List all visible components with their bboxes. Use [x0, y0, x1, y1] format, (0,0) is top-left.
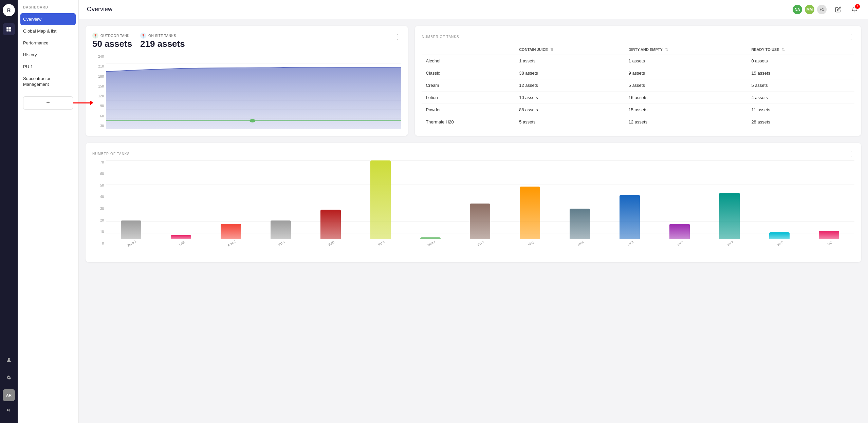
sidebar-item-subcontractor[interactable]: Subcontractor Management: [18, 73, 78, 91]
bar-chart-area: Zone 1LABArea 2PU 3R&DPU 1Area 1PU 2ning…: [106, 160, 854, 255]
y-axis: 240210180150120906030: [92, 55, 106, 129]
bar-group: Area 1: [406, 160, 454, 245]
app-logo: R: [3, 4, 15, 16]
onsite-value: 219 assets: [140, 39, 185, 49]
row-contain-juice: 38 assets: [515, 67, 624, 79]
content-area: 📍 OUTDOOR TANK 50 assets 📍 ON SITE TANKS…: [79, 19, 868, 423]
row-dirty-empty: 1 assets: [625, 55, 747, 67]
bar-group: LAB: [157, 160, 205, 245]
table-card-menu[interactable]: ⋮: [848, 33, 854, 41]
row-dirty-empty: 15 assets: [625, 104, 747, 116]
bar-group: tor 3: [606, 160, 654, 245]
col-dirty-empty[interactable]: DIRTY AND EMPTY ⇅: [625, 45, 747, 55]
bar[interactable]: [121, 220, 141, 239]
bar-chart-inner: Zone 1LABArea 2PU 3R&DPU 1Area 1PU 2ning…: [106, 160, 854, 245]
plus-icon: +: [46, 99, 50, 107]
bar-chart-card: NUMBER OF TANKS ⋮ 706050403020100: [86, 143, 861, 262]
sidebar-item-history[interactable]: History: [18, 49, 78, 61]
svg-rect-2: [6, 30, 8, 32]
bar[interactable]: [271, 220, 291, 239]
bar-group: Area 2: [207, 160, 255, 245]
notification-badge: 2: [855, 4, 860, 9]
table-row: Alcohol 1 assets 1 assets 0 assets: [422, 55, 854, 67]
page-title: Overview: [87, 6, 787, 13]
svg-rect-3: [9, 30, 11, 32]
notification-button[interactable]: 2: [849, 4, 860, 15]
bar-group: PU 1: [356, 160, 404, 245]
table-row: Lotion 10 assets 16 assets 4 assets: [422, 92, 854, 104]
row-ready-to-use: 0 assets: [747, 55, 854, 67]
table-card: NUMBER OF TANKS ⋮ CONTAIN JUICE ⇅ DIRTY …: [415, 26, 861, 136]
row-name: Cream: [422, 79, 515, 92]
row-ready-to-use: 15 assets: [747, 67, 854, 79]
bar-chart-wrapper: 706050403020100 Zone 1LABArea 2PU 3R&DPU…: [92, 160, 854, 255]
table-card-header: NUMBER OF TANKS ⋮: [422, 33, 854, 41]
row-ready-to-use: 11 assets: [747, 104, 854, 116]
chart-card-menu[interactable]: ⋮: [394, 33, 401, 41]
bar-group: tor 6: [655, 160, 703, 245]
rail-icon-collapse[interactable]: [3, 404, 15, 416]
rail-icon-settings[interactable]: [3, 371, 15, 384]
row-name: Alcohol: [422, 55, 515, 67]
rail-icon-home[interactable]: [3, 23, 15, 35]
bar[interactable]: [221, 224, 241, 239]
bar-y-axis: 706050403020100: [92, 160, 106, 245]
location-onsite: 📍 ON SITE TANKS 219 assets: [140, 33, 185, 49]
bar[interactable]: [320, 210, 341, 239]
row-dirty-empty: 9 assets: [625, 67, 747, 79]
sidebar-item-global-map[interactable]: Global Map & list: [18, 25, 78, 37]
bar[interactable]: [370, 160, 391, 239]
main-area: Overview NA MM +1 2 📍 OUTDOOR T: [79, 0, 868, 423]
svg-rect-0: [6, 27, 8, 29]
tanks-table: CONTAIN JUICE ⇅ DIRTY AND EMPTY ⇅ READY …: [422, 45, 854, 128]
icon-rail: R AR: [0, 0, 18, 423]
bar-chart-menu[interactable]: ⋮: [848, 150, 854, 158]
row-ready-to-use: 5 assets: [747, 79, 854, 92]
table-row: Powder 88 assets 15 assets 11 assets: [422, 104, 854, 116]
avatar-mm: MM: [804, 4, 815, 15]
col-contain-juice[interactable]: CONTAIN JUICE ⇅: [515, 45, 624, 55]
row-contain-juice: 5 assets: [515, 116, 624, 128]
bar[interactable]: [669, 224, 690, 239]
onsite-label: 📍 ON SITE TANKS: [140, 33, 185, 39]
sidebar: DASHBOARD Overview Global Map & list Per…: [18, 0, 79, 423]
bar[interactable]: [520, 187, 540, 239]
row-dirty-empty: 16 assets: [625, 92, 747, 104]
bar[interactable]: [620, 195, 640, 239]
row-name: Powder: [422, 104, 515, 116]
row-contain-juice: 12 assets: [515, 79, 624, 92]
edit-icon-button[interactable]: [833, 4, 844, 15]
bar-group: area: [556, 160, 604, 245]
avatar-na: NA: [792, 4, 803, 15]
table-section-label: NUMBER OF TANKS: [422, 35, 848, 39]
chart-card-header: 📍 OUTDOOR TANK 50 assets 📍 ON SITE TANKS…: [92, 33, 401, 49]
col-ready-to-use[interactable]: READY TO USE ⇅: [747, 45, 854, 55]
bar-group: PU 2: [456, 160, 504, 245]
row-dirty-empty: 12 assets: [625, 116, 747, 128]
outdoor-icon: 📍: [92, 33, 98, 39]
bar[interactable]: [570, 209, 590, 239]
table-row: Cream 12 assets 5 assets 5 assets: [422, 79, 854, 92]
bar-group: ning: [506, 160, 554, 245]
row-name: Lotion: [422, 92, 515, 104]
add-dashboard-button[interactable]: +: [23, 96, 73, 110]
bar[interactable]: [719, 193, 740, 239]
sidebar-item-performance[interactable]: Performance: [18, 37, 78, 49]
bar[interactable]: [470, 204, 490, 239]
row-ready-to-use: 28 assets: [747, 116, 854, 128]
ar-badge[interactable]: AR: [3, 389, 15, 401]
row-contain-juice: 10 assets: [515, 92, 624, 104]
sidebar-item-pu1[interactable]: PU 1: [18, 61, 78, 73]
sidebar-item-overview[interactable]: Overview: [20, 13, 76, 25]
outdoor-label: 📍 OUTDOOR TANK: [92, 33, 132, 39]
top-cards-row: 📍 OUTDOOR TANK 50 assets 📍 ON SITE TANKS…: [86, 26, 861, 136]
onsite-icon: 📍: [140, 33, 146, 39]
area-chart-card: 📍 OUTDOOR TANK 50 assets 📍 ON SITE TANKS…: [86, 26, 408, 136]
row-contain-juice: 88 assets: [515, 104, 624, 116]
bar-section-label: NUMBER OF TANKS: [92, 152, 848, 156]
col-name: [422, 45, 515, 55]
bar-group: tor 7: [705, 160, 753, 245]
row-name: Classic: [422, 67, 515, 79]
rail-icon-person[interactable]: [3, 354, 15, 366]
area-chart: 240210180150120906030: [92, 55, 401, 129]
